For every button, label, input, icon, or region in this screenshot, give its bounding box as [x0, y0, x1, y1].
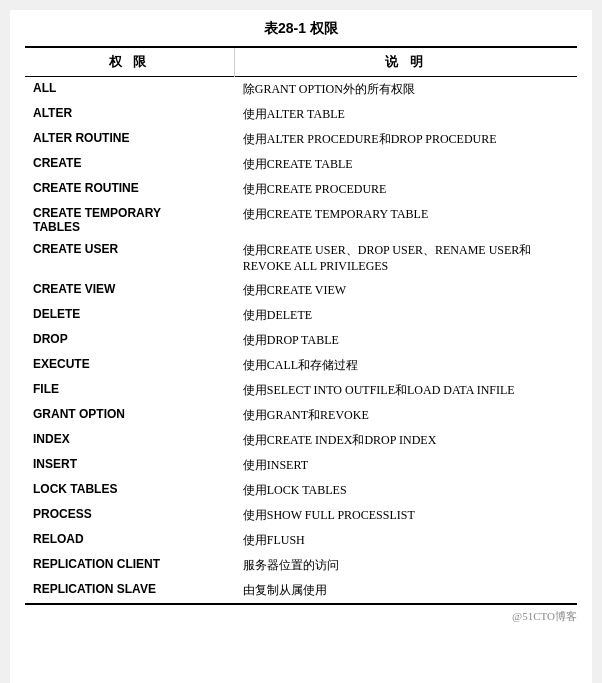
table-row: REPLICATION CLIENT服务器位置的访问 — [25, 553, 577, 578]
privilege-cell: LOCK TABLES — [25, 478, 235, 503]
description-cell: 使用INSERT — [235, 453, 577, 478]
description-cell: 除GRANT OPTION外的所有权限 — [235, 77, 577, 103]
description-cell: 使用ALTER PROCEDURE和DROP PROCEDURE — [235, 127, 577, 152]
privilege-cell: INSERT — [25, 453, 235, 478]
description-cell: 使用CREATE TEMPORARY TABLE — [235, 202, 577, 238]
privilege-cell: ALTER ROUTINE — [25, 127, 235, 152]
table-row: CREATE TEMPORARYTABLES使用CREATE TEMPORARY… — [25, 202, 577, 238]
privilege-cell: PROCESS — [25, 503, 235, 528]
privilege-cell: RELOAD — [25, 528, 235, 553]
description-cell: 使用FLUSH — [235, 528, 577, 553]
privilege-cell: FILE — [25, 378, 235, 403]
description-cell: 使用DROP TABLE — [235, 328, 577, 353]
description-cell: 由复制从属使用 — [235, 578, 577, 604]
privilege-cell: CREATE TEMPORARYTABLES — [25, 202, 235, 238]
table-row: FILE使用SELECT INTO OUTFILE和LOAD DATA INFI… — [25, 378, 577, 403]
table-row: CREATE ROUTINE使用CREATE PROCEDURE — [25, 177, 577, 202]
page-container: 表28-1 权限 权 限 说 明 ALL除GRANT OPTION外的所有权限A… — [10, 10, 592, 683]
privilege-cell: ALL — [25, 77, 235, 103]
description-cell: 使用LOCK TABLES — [235, 478, 577, 503]
watermark: @51CTO博客 — [25, 609, 577, 624]
table-row: DELETE使用DELETE — [25, 303, 577, 328]
privilege-cell: CREATE VIEW — [25, 278, 235, 303]
description-cell: 使用CALL和存储过程 — [235, 353, 577, 378]
description-cell: 使用ALTER TABLE — [235, 102, 577, 127]
privilege-cell: CREATE — [25, 152, 235, 177]
description-cell: 使用SHOW FULL PROCESSLIST — [235, 503, 577, 528]
table-row: DROP使用DROP TABLE — [25, 328, 577, 353]
description-cell: 使用CREATE USER、DROP USER、RENAME USER和REVO… — [235, 238, 577, 278]
table-row: CREATE VIEW使用CREATE VIEW — [25, 278, 577, 303]
table-header-row: 权 限 说 明 — [25, 47, 577, 77]
description-cell: 使用GRANT和REVOKE — [235, 403, 577, 428]
privilege-cell: INDEX — [25, 428, 235, 453]
table-row: RELOAD使用FLUSH — [25, 528, 577, 553]
table-title: 表28-1 权限 — [25, 20, 577, 38]
description-cell: 使用CREATE INDEX和DROP INDEX — [235, 428, 577, 453]
table-row: INDEX使用CREATE INDEX和DROP INDEX — [25, 428, 577, 453]
table-row: ALTER ROUTINE使用ALTER PROCEDURE和DROP PROC… — [25, 127, 577, 152]
privilege-cell: CREATE USER — [25, 238, 235, 278]
table-row: GRANT OPTION使用GRANT和REVOKE — [25, 403, 577, 428]
description-cell: 服务器位置的访问 — [235, 553, 577, 578]
table-row: REPLICATION SLAVE由复制从属使用 — [25, 578, 577, 604]
privileges-table: 权 限 说 明 ALL除GRANT OPTION外的所有权限ALTER使用ALT… — [25, 46, 577, 605]
col-header-privilege: 权 限 — [25, 47, 235, 77]
table-row: ALL除GRANT OPTION外的所有权限 — [25, 77, 577, 103]
table-row: PROCESS使用SHOW FULL PROCESSLIST — [25, 503, 577, 528]
privilege-cell: REPLICATION SLAVE — [25, 578, 235, 604]
description-cell: 使用CREATE VIEW — [235, 278, 577, 303]
privilege-cell: DROP — [25, 328, 235, 353]
description-cell: 使用CREATE PROCEDURE — [235, 177, 577, 202]
col-header-description: 说 明 — [235, 47, 577, 77]
description-cell: 使用SELECT INTO OUTFILE和LOAD DATA INFILE — [235, 378, 577, 403]
privilege-cell: ALTER — [25, 102, 235, 127]
table-row: ALTER使用ALTER TABLE — [25, 102, 577, 127]
description-cell: 使用DELETE — [235, 303, 577, 328]
table-row: CREATE使用CREATE TABLE — [25, 152, 577, 177]
privilege-cell: EXECUTE — [25, 353, 235, 378]
table-row: LOCK TABLES使用LOCK TABLES — [25, 478, 577, 503]
table-row: INSERT使用INSERT — [25, 453, 577, 478]
table-row: CREATE USER使用CREATE USER、DROP USER、RENAM… — [25, 238, 577, 278]
privilege-cell: GRANT OPTION — [25, 403, 235, 428]
privilege-cell: DELETE — [25, 303, 235, 328]
privilege-cell: CREATE ROUTINE — [25, 177, 235, 202]
table-row: EXECUTE使用CALL和存储过程 — [25, 353, 577, 378]
privilege-cell: REPLICATION CLIENT — [25, 553, 235, 578]
description-cell: 使用CREATE TABLE — [235, 152, 577, 177]
